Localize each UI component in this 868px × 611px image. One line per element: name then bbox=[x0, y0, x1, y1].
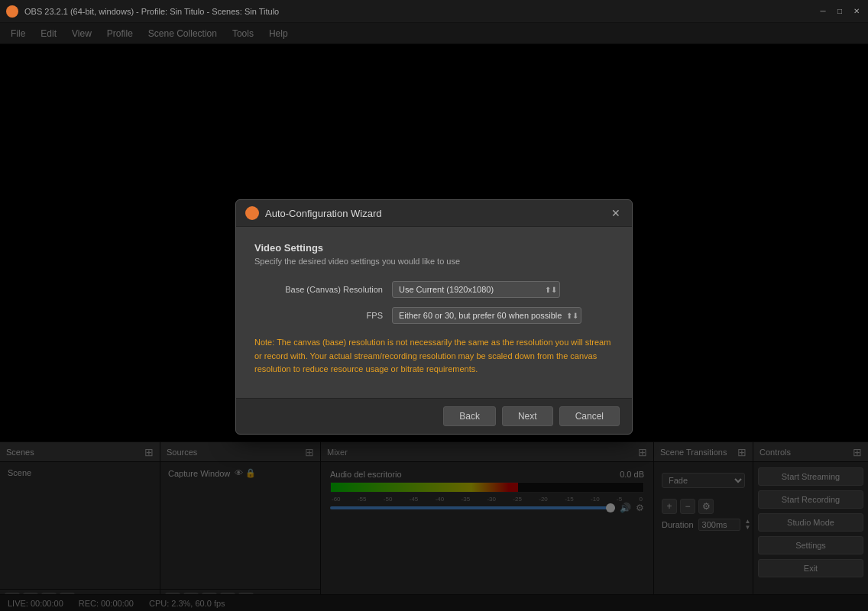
dialog-section-title: Video Settings bbox=[254, 242, 614, 254]
app-icon bbox=[6, 5, 18, 18]
dialog-section-desc: Specify the desired video settings you w… bbox=[254, 257, 614, 266]
dialog-title-left: Auto-Configuration Wizard bbox=[245, 206, 381, 220]
dialog-titlebar: Auto-Configuration Wizard ✕ bbox=[236, 200, 632, 227]
fps-select[interactable]: Either 60 or 30, but prefer 60 when poss… bbox=[392, 307, 581, 324]
window-title: OBS 23.2.1 (64-bit, windows) - Profile: … bbox=[24, 7, 818, 16]
dialog-note: Note: The canvas (base) resolution is no… bbox=[254, 336, 614, 377]
resolution-label: Base (Canvas) Resolution bbox=[254, 285, 392, 294]
fps-label: FPS bbox=[254, 311, 392, 320]
minimize-button[interactable]: ─ bbox=[818, 6, 828, 17]
maximize-button[interactable]: □ bbox=[834, 6, 845, 17]
dialog: Auto-Configuration Wizard ✕ Video Settin… bbox=[235, 199, 633, 435]
resolution-select-wrapper: Use Current (1920x1080) 1920x1080 1280x7… bbox=[392, 281, 560, 298]
titlebar: OBS 23.2.1 (64-bit, windows) - Profile: … bbox=[0, 0, 868, 23]
fps-select-wrapper: Either 60 or 30, but prefer 60 when poss… bbox=[392, 307, 581, 324]
close-button[interactable]: ✕ bbox=[851, 6, 862, 17]
cancel-button[interactable]: Cancel bbox=[559, 406, 620, 426]
dialog-footer: Back Next Cancel bbox=[236, 398, 632, 434]
dialog-close-button[interactable]: ✕ bbox=[609, 206, 623, 220]
dialog-title-text: Auto-Configuration Wizard bbox=[265, 208, 381, 219]
window-controls: ─ □ ✕ bbox=[818, 6, 862, 17]
modal-overlay: Auto-Configuration Wizard ✕ Video Settin… bbox=[0, 23, 868, 611]
resolution-select[interactable]: Use Current (1920x1080) 1920x1080 1280x7… bbox=[392, 281, 560, 298]
dialog-obs-icon bbox=[245, 206, 259, 220]
dialog-content: Video Settings Specify the desired video… bbox=[236, 227, 632, 398]
fps-row: FPS Either 60 or 30, but prefer 60 when … bbox=[254, 307, 614, 324]
next-button[interactable]: Next bbox=[502, 406, 553, 426]
resolution-row: Base (Canvas) Resolution Use Current (19… bbox=[254, 281, 614, 298]
back-button[interactable]: Back bbox=[443, 406, 496, 426]
